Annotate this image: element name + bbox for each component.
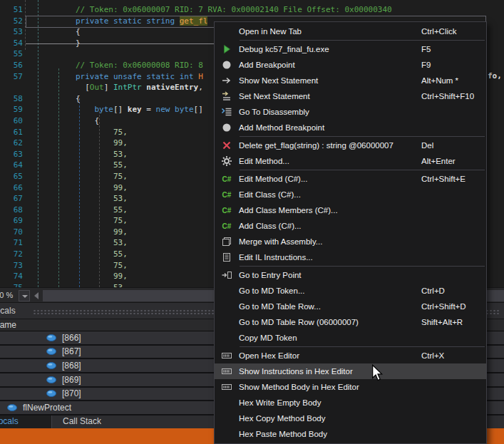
code-segment: // Token: 0x06000008 RID: 8 (38, 61, 203, 70)
menu-item-add-class-members-c[interactable]: C#Add Class Members (C#)... (215, 202, 486, 218)
disassembly-icon (215, 106, 239, 118)
local-variable-icon (46, 347, 57, 356)
line-number[interactable] (0, 82, 23, 93)
locals-panel-title: Locals (0, 303, 29, 319)
entry-point-icon (215, 269, 239, 281)
menu-item-go-to-md-table-row-06000007[interactable]: Go to MD Table Row (06000007)Shift+Alt+R (215, 314, 486, 330)
line-number[interactable]: 56 (0, 60, 23, 71)
menu-item-hex-copy-method-body[interactable]: Hex Copy Method Body (215, 411, 486, 426)
zoom-dropdown-button[interactable] (19, 290, 30, 301)
code-text: // Token: 0x06000008 RID: 8 (23, 60, 203, 71)
code-segment: IntPtr (113, 83, 142, 92)
code-line[interactable]: 51 // Token: 0x06000007 RID: 7 RVA: 0x00… (0, 4, 504, 16)
scroll-left-arrow-icon[interactable] (34, 292, 38, 299)
menu-item-add-breakpoint[interactable]: Add BreakpointF9 (215, 57, 486, 73)
menu-item-go-to-md-token[interactable]: Go to MD Token...Ctrl+D (215, 283, 486, 299)
line-number[interactable]: 57 (0, 71, 23, 83)
menu-item-show-method-body-in-hex-editor[interactable]: Show Method Body in Hex Editor (215, 379, 486, 395)
menu-item-label: Edit IL Instructions... (239, 253, 313, 262)
menu-item-label: Delete get_flag(string) : string @060000… (239, 141, 394, 150)
menu-separator (240, 136, 485, 137)
menu-item-edit-class-c[interactable]: C#Edit Class (C#)... (215, 187, 486, 202)
menu-item-edit-method-c[interactable]: C#Edit Method (C#)...Ctrl+Shift+E (215, 171, 486, 187)
menu-item-go-to-entry-point[interactable]: Go to Entry Point (215, 267, 486, 283)
code-text: 55, (23, 205, 128, 216)
line-number[interactable]: 74 (0, 271, 23, 282)
line-number[interactable]: 66 (0, 182, 23, 194)
menu-item-open-in-new-tab[interactable]: Open in New TabCtrl+Click (215, 24, 486, 39)
menu-item-add-method-breakpoint[interactable]: Add Method Breakpoint (215, 120, 486, 135)
line-number[interactable]: 67 (0, 193, 23, 205)
line-number[interactable]: 61 (0, 127, 23, 138)
line-number[interactable]: 65 (0, 171, 23, 182)
arrow-right-icon (215, 75, 239, 86)
menu-item-edit-il-instructions[interactable]: Edit IL Instructions... (215, 249, 486, 265)
menu-item-go-to-md-table-row[interactable]: Go to MD Table Row...Ctrl+Shift+D (215, 299, 486, 314)
code-segment: 55, (38, 249, 128, 259)
menu-item-go-to-disassembly[interactable]: Go To Disassembly (215, 104, 486, 120)
code-text: 53, (23, 149, 128, 160)
line-number[interactable]: 73 (0, 260, 23, 272)
menu-item-label: Hex Write Empty Body (239, 398, 321, 407)
code-text: 99, (23, 227, 128, 238)
menu-item-set-next-statement[interactable]: Set Next StatementCtrl+Shift+F10 (215, 88, 486, 104)
line-number[interactable]: 71 (0, 237, 23, 249)
menu-item-label: Go to MD Table Row (06000007) (239, 318, 359, 326)
line-number[interactable]: 64 (0, 160, 23, 171)
code-text: { (23, 93, 81, 105)
menu-item-hex-write-empty-body[interactable]: Hex Write Empty Body (215, 395, 486, 411)
breakpoint-icon (215, 122, 239, 133)
line-number[interactable]: 52 (0, 16, 23, 27)
menu-item-shortcut: Ctrl+D (421, 286, 445, 295)
line-number[interactable]: 51 (0, 4, 23, 16)
line-number[interactable]: 60 (0, 115, 23, 127)
menu-item-label: Go To Disassembly (239, 108, 309, 116)
menu-item-label: Show Next Statement (239, 76, 318, 85)
play-icon (215, 43, 239, 55)
menu-item-merge-with-assembly[interactable]: Merge with Assembly... (215, 234, 486, 249)
code-text: 55, (23, 160, 128, 171)
code-segment: 55, (38, 205, 128, 215)
line-number[interactable]: 58 (0, 93, 23, 105)
menu-item-label: Add Breakpoint (239, 61, 295, 69)
menu-item-shortcut: Ctrl+Click (421, 27, 457, 36)
menu-item-add-class-c[interactable]: C#Add Class (C#)... (215, 218, 486, 234)
editor-zoom-level[interactable]: 100 % (0, 288, 16, 304)
code-text: { (23, 115, 99, 127)
tab-call-stack[interactable]: Call Stack (52, 415, 112, 428)
set-next-statement-icon (215, 91, 239, 102)
menu-item-label: Go to Entry Point (239, 271, 302, 279)
line-number[interactable]: 62 (0, 138, 23, 149)
menu-item-open-hex-editor[interactable]: Open Hex EditorCtrl+X (215, 348, 486, 363)
menu-item-label: Go to MD Token... (239, 286, 304, 295)
menu-item-show-next-statement[interactable]: Show Next StatementAlt+Num * (215, 73, 486, 88)
menu-item-shortcut: Alt+Enter (421, 157, 456, 165)
menu-item-shortcut: Ctrl+X (421, 351, 444, 360)
menu-item-edit-method[interactable]: Edit Method...Alt+Enter (215, 153, 486, 169)
menu-item-debug-kc57-final-fu-exe[interactable]: Debug kc57_final_fu.exeF5 (215, 41, 486, 57)
code-segment: [] (194, 105, 203, 114)
line-number[interactable]: 75 (0, 282, 23, 287)
line-number[interactable]: 72 (0, 249, 23, 260)
menu-item-copy-md-token[interactable]: Copy MD Token (215, 330, 486, 346)
line-number[interactable]: 55 (0, 48, 23, 60)
line-number[interactable]: 63 (0, 149, 23, 160)
line-number[interactable]: 68 (0, 205, 23, 216)
line-number[interactable]: 59 (0, 104, 23, 115)
svg-text:C#: C# (222, 207, 232, 215)
tab-locals[interactable]: Locals (0, 415, 52, 428)
menu-item-show-instructions-in-hex-editor[interactable]: Show Instructions in Hex Editor (215, 363, 486, 379)
menu-separator (240, 266, 485, 267)
line-number[interactable]: 54 (0, 38, 23, 49)
code-segment: // Token: 0x06000007 RID: 7 RVA: 0x00002… (38, 5, 392, 14)
line-number[interactable]: 70 (0, 227, 23, 238)
line-number[interactable]: 53 (0, 26, 23, 38)
code-text: 99, (23, 138, 128, 149)
code-segment: 55, (38, 160, 128, 170)
code-text: 75, (23, 171, 128, 182)
menu-item-hex-paste-method-body[interactable]: Hex Paste Method Body (215, 426, 486, 442)
local-row-label: flNewProtect (23, 403, 71, 413)
menu-item-delete-get-flag-string-string-06000007[interactable]: Delete get_flag(string) : string @060000… (215, 138, 486, 153)
code-segment: [] (113, 105, 128, 114)
line-number[interactable]: 69 (0, 215, 23, 227)
